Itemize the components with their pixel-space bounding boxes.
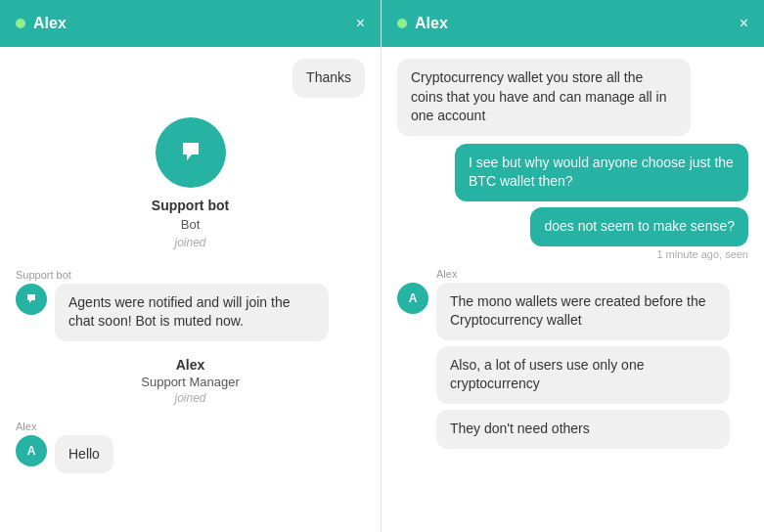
left-messages-area: Thanks Support bot Bot joined Support bo…: [0, 47, 381, 532]
alex-msg-2: Also, a lot of users use only one crypto…: [436, 346, 730, 404]
outgoing-sense-bubble: does not seem to make sense?: [530, 207, 748, 246]
right-chat-panel: Alex × Cryptocurrency wallet you store a…: [382, 0, 764, 532]
alex-hello-bubble: Hello: [55, 435, 113, 474]
message-timestamp: 1 minute ago, seen: [656, 248, 748, 260]
right-header: Alex ×: [382, 0, 764, 47]
user-thanks-bubble: Thanks: [292, 59, 365, 98]
right-alex-row: A The mono wallets were created before t…: [397, 283, 748, 449]
alex-messages-group: The mono wallets were created before the…: [436, 283, 730, 449]
bot-avatar-small: [16, 284, 47, 315]
list-item: Alex A Hello: [16, 421, 365, 474]
list-item: Cryptocurrency wallet you store all the …: [397, 59, 748, 136]
outgoing-btc-bubble: I see but why would anyone choose just t…: [455, 144, 748, 201]
online-dot-left: [16, 19, 25, 28]
list-item: I see but why would anyone choose just t…: [455, 144, 748, 201]
bot-sender-label: Support bot: [16, 269, 365, 281]
alex-msg-1: The mono wallets were created before the…: [436, 283, 730, 340]
list-item: Support bot Agents were notified and wil…: [16, 269, 365, 341]
alex-msg-3: They don't need others: [436, 410, 730, 449]
online-dot-right: [397, 19, 407, 28]
right-alex-avatar: A: [397, 283, 428, 314]
alex-join-name: Alex: [176, 357, 205, 373]
right-alex-sender: Alex: [436, 268, 748, 280]
left-chat-panel: Alex × Thanks Support bot Bot joined Sup…: [0, 0, 382, 532]
alex-avatar-small: A: [16, 435, 47, 466]
list-item: Thanks: [16, 59, 365, 98]
left-header: Alex ×: [0, 0, 381, 47]
bot-join-role: Bot: [181, 217, 201, 232]
support-bot-join: Support bot Bot joined: [16, 117, 365, 249]
alex-join-text: joined: [174, 391, 205, 405]
bot-icon: [173, 135, 208, 170]
bot-join-name: Support bot: [152, 198, 229, 213]
outgoing-group: I see but why would anyone choose just t…: [397, 144, 748, 260]
right-header-title: Alex: [415, 15, 448, 32]
bot-message-row: Agents were notified and will join the c…: [16, 284, 365, 341]
right-close-button[interactable]: ×: [740, 16, 748, 31]
left-header-left: Alex: [16, 15, 67, 32]
alex-join-notification: Alex Support Manager joined: [16, 357, 365, 405]
left-header-title: Alex: [33, 15, 67, 32]
incoming-crypto-bubble: Cryptocurrency wallet you store all the …: [397, 59, 691, 136]
right-header-left: Alex: [397, 15, 448, 32]
bot-message-bubble: Agents were notified and will join the c…: [55, 284, 329, 341]
support-bot-avatar-large: [156, 117, 226, 188]
alex-join-role: Support Manager: [141, 375, 239, 389]
alex-hello-sender: Alex: [16, 421, 365, 432]
bot-small-icon: [22, 290, 40, 308]
alex-hello-row: A Hello: [16, 435, 365, 474]
left-close-button[interactable]: ×: [356, 16, 365, 31]
list-item: Alex A The mono wallets were created bef…: [397, 268, 748, 449]
bot-join-text: joined: [174, 236, 205, 249]
right-messages-area: Cryptocurrency wallet you store all the …: [382, 47, 764, 532]
list-item: does not seem to make sense? 1 minute ag…: [530, 207, 748, 260]
